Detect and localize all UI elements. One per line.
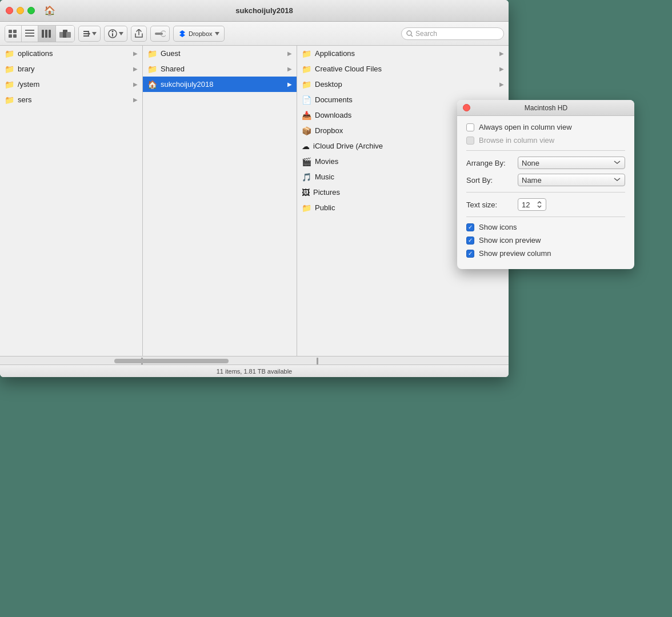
columns-container: 📁 oplications ▶ 📁 brary ▶ 📁 /ystem ▶ 📁 s…	[0, 46, 509, 356]
dropbox-button[interactable]: Dropbox	[173, 26, 225, 42]
item-label: sers	[18, 95, 130, 104]
chevron-right-icon: ▶	[499, 81, 504, 87]
item-label: oplications	[18, 49, 130, 58]
popup-divider-2	[466, 192, 625, 193]
document-icon: 📄	[302, 95, 311, 105]
chevron-right-icon: ▶	[287, 50, 292, 57]
svg-rect-8	[45, 30, 47, 38]
arrange-by-chevron-icon	[613, 158, 621, 167]
svg-rect-14	[83, 33, 89, 34]
list-item[interactable]: 📁 brary ▶	[0, 61, 142, 77]
browse-checkbox[interactable]	[466, 137, 474, 145]
list-item[interactable]: 📁 Applications ▶	[297, 46, 509, 61]
svg-rect-4	[25, 30, 34, 31]
public-folder-icon: 📁	[302, 203, 311, 213]
minimize-button[interactable]	[17, 7, 24, 14]
scrollbar-thumb[interactable]	[114, 359, 229, 363]
list-item[interactable]: 📁 Shared ▶	[143, 61, 297, 77]
svg-rect-18	[112, 33, 113, 37]
chevron-right-icon: ▶	[133, 81, 138, 87]
dropbox-label: Dropbox	[189, 30, 213, 37]
back-button[interactable]	[150, 26, 170, 42]
show-icons-label: Show icons	[479, 223, 517, 231]
popup-title-bar: Macintosh HD	[457, 100, 634, 116]
folder-icon: 📁	[5, 80, 14, 89]
svg-rect-19	[155, 33, 163, 35]
item-label: Creative Cloud Files	[315, 65, 496, 73]
folder-icon: 📁	[302, 65, 311, 74]
chevron-right-icon: ▶	[133, 97, 138, 103]
svg-point-17	[112, 30, 114, 32]
cover-flow-button[interactable]	[56, 26, 74, 42]
svg-rect-12	[66, 32, 71, 38]
sort-by-value: Name	[522, 176, 542, 185]
folder-icon: 📁	[5, 95, 14, 105]
chevron-right-icon: ▶	[133, 50, 138, 57]
share-button[interactable]	[131, 26, 147, 42]
sort-by-row: Sort By: Name	[466, 174, 625, 186]
svg-rect-6	[25, 35, 34, 37]
arrange-dropdown-button[interactable]	[78, 26, 101, 42]
item-label: Desktop	[315, 80, 496, 89]
chevron-right-icon: ▶	[499, 66, 504, 72]
svg-point-21	[407, 31, 411, 35]
finder-window: 🏠 sukchoijuly2018	[0, 0, 509, 377]
action-button[interactable]	[104, 26, 127, 42]
show-preview-column-checkbox[interactable]: ✓	[466, 250, 474, 258]
column-resize-handle-2[interactable]	[317, 358, 318, 364]
chevron-right-icon: ▶	[133, 66, 138, 72]
list-item[interactable]: 📁 /ystem ▶	[0, 77, 142, 92]
column-2: 📁 Guest ▶ 📁 Shared ▶ 🏠 sukchoijuly2018 ▶	[143, 46, 297, 356]
icon-view-button[interactable]	[5, 26, 22, 42]
popup-title: Macintosh HD	[463, 104, 629, 112]
list-view-button[interactable]	[22, 26, 38, 42]
item-label: /ystem	[18, 80, 130, 89]
search-box[interactable]: Search	[401, 27, 504, 40]
folder-icon: 📁	[147, 49, 157, 58]
arrange-by-row: Arrange By: None	[466, 157, 625, 169]
folder-icon: 📁	[147, 65, 157, 74]
svg-rect-3	[13, 34, 17, 38]
text-size-input[interactable]: 12	[518, 198, 546, 211]
text-size-label: Text size:	[466, 201, 518, 209]
close-button[interactable]	[6, 7, 13, 14]
arrange-by-select[interactable]: None	[518, 157, 625, 169]
column-view-button[interactable]	[38, 26, 56, 42]
svg-rect-5	[25, 33, 34, 34]
movies-icon: 🎬	[302, 157, 311, 166]
scrollbar-area[interactable]	[0, 356, 509, 364]
chevron-right-icon: ▶	[287, 81, 292, 87]
list-item[interactable]: 📁 Creative Cloud Files ▶	[297, 61, 509, 77]
chevron-right-icon: ▶	[499, 50, 504, 57]
sort-by-label: Sort By:	[466, 176, 518, 185]
svg-rect-2	[9, 34, 12, 38]
always-open-label: Always open in column view	[479, 123, 572, 131]
folder-icon: 📁	[302, 80, 311, 89]
icloud-icon: ☁	[302, 142, 310, 151]
home-icon: 🏠	[147, 80, 157, 89]
folder-icon: 📁	[5, 65, 14, 74]
pictures-icon: 🖼	[302, 188, 310, 197]
list-item[interactable]: 📁 oplications ▶	[0, 46, 142, 61]
list-item[interactable]: 📁 sers ▶	[0, 92, 142, 107]
list-item[interactable]: 📁 Desktop ▶	[297, 77, 509, 92]
status-text: 11 items, 1.81 TB available	[217, 368, 292, 375]
popup-content: Always open in column view Browse in col…	[457, 116, 634, 269]
show-icon-preview-row: ✓ Show icon preview	[466, 236, 625, 245]
show-icons-checkbox[interactable]: ✓	[466, 223, 474, 231]
always-open-checkbox[interactable]	[466, 123, 474, 131]
browse-label: Browse in column view	[479, 136, 554, 145]
popup-divider-3	[466, 217, 625, 217]
text-size-row: Text size: 12	[466, 198, 625, 211]
show-icons-row: ✓ Show icons	[466, 223, 625, 231]
list-item[interactable]: 📁 Guest ▶	[143, 46, 297, 61]
downloads-icon: 📥	[302, 111, 311, 120]
sort-by-select[interactable]: Name	[518, 174, 625, 186]
sort-by-chevron-icon	[613, 175, 621, 185]
show-icon-preview-checkbox[interactable]: ✓	[466, 237, 474, 245]
show-preview-column-label: Show preview column	[479, 249, 551, 258]
toolbar: Dropbox Search	[0, 22, 509, 46]
view-btn-group	[5, 25, 75, 42]
status-bar: 11 items, 1.81 TB available	[0, 364, 509, 377]
list-item-selected[interactable]: 🏠 sukchoijuly2018 ▶	[143, 77, 297, 92]
